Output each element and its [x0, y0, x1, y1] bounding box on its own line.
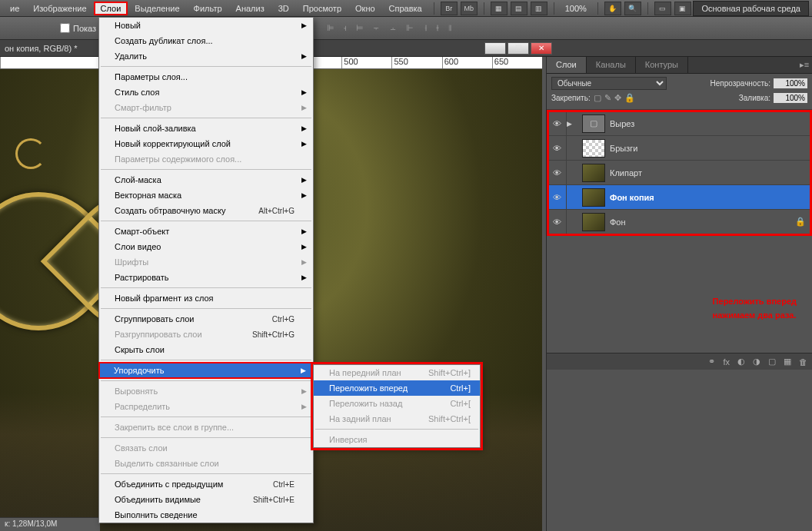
layer-вырез[interactable]: 👁▶▢Вырез — [548, 111, 810, 136]
visibility-icon[interactable]: 👁 — [548, 161, 567, 184]
layer-style-icon[interactable]: fx — [723, 357, 730, 367]
layer-name[interactable]: Клипарт — [610, 168, 810, 178]
menu-item-смарт-объект[interactable]: Смарт-объект▶ — [99, 224, 313, 239]
layer-фон-копия[interactable]: 👁Фон копия — [548, 185, 810, 210]
close-button[interactable]: ✕ — [531, 42, 552, 55]
blend-mode-select[interactable]: Обычные — [551, 77, 667, 90]
menu-item-новый-корректирующий-слой[interactable]: Новый корректирующий слой▶ — [99, 136, 313, 151]
minimize-button[interactable]: — — [484, 42, 506, 55]
visibility-icon[interactable]: 👁 — [548, 185, 567, 209]
layer-thumbnail — [582, 213, 605, 231]
menu-view[interactable]: Просмотр — [296, 2, 348, 15]
lock-icon: 🔒 — [795, 217, 810, 227]
lock-all-icon[interactable]: 🔒 — [624, 93, 635, 103]
menu-item-смарт-фильтр: Смарт-фильтр▶ — [99, 100, 313, 115]
menu-item-растрировать[interactable]: Растрировать▶ — [99, 270, 313, 285]
menu-item-параметры-слоя-[interactable]: Параметры слоя... — [99, 69, 313, 85]
workspace-switcher[interactable]: Основная рабочая среда — [693, 1, 809, 16]
menu-item-объединить-видимые[interactable]: Объединить видимыеShift+Ctrl+E — [99, 492, 313, 507]
layer-name[interactable]: Фон — [610, 217, 795, 227]
menu-item-новый[interactable]: Новый▶ — [99, 18, 313, 33]
menu-item-шрифты: Шрифты▶ — [99, 254, 313, 270]
tab-layers[interactable]: Слои — [547, 57, 587, 73]
submenu-item-переложить-назад: Переложить назадCtrl+[ — [314, 396, 480, 411]
submenu-item-на-передний-план: На передний планShift+Ctrl+] — [314, 365, 480, 380]
menubar: ие Изображение Слои Выделение Фильтр Ана… — [0, 0, 812, 17]
panel-menu-icon[interactable]: ▸≡ — [797, 57, 812, 73]
menu-item-объединить-с-предыдущим[interactable]: Объединить с предыдущимCtrl+E — [99, 476, 313, 492]
document-title[interactable]: он копия, RGB/8) * — [5, 44, 77, 53]
layer-group-icon[interactable]: ▢ — [768, 357, 776, 367]
menu-item-выделить-связанные-слои: Выделить связанные слои — [99, 456, 313, 471]
menu-item-слой-маска[interactable]: Слой-маска▶ — [99, 172, 313, 188]
menu-item-выполнить-сведение[interactable]: Выполнить сведение — [99, 507, 313, 523]
tutorial-annotation: Переложить вперед нажимаем два раза. — [713, 295, 797, 322]
layer-брызги[interactable]: 👁Брызги — [548, 136, 810, 161]
decorative-swirl — [15, 138, 46, 169]
visibility-icon[interactable]: 👁 — [548, 136, 567, 160]
menu-item-удалить[interactable]: Удалить▶ — [99, 48, 313, 64]
view-guides-icon[interactable]: ▤ — [511, 2, 527, 15]
tab-channels[interactable]: Каналы — [587, 57, 636, 73]
screen-mode-icon[interactable]: ▣ — [674, 2, 691, 15]
expand-icon[interactable]: ▶ — [567, 120, 577, 128]
menu-file-partial[interactable]: ие — [3, 2, 26, 15]
layers-panel-footer: ⚭ fx ◐ ◑ ▢ ▦ 🗑 — [547, 353, 812, 370]
menu-select[interactable]: Выделение — [128, 2, 186, 15]
status-bar: к: 1,28M/13,0M — [0, 517, 100, 531]
menu-item-скрыть-слои[interactable]: Скрыть слои — [99, 342, 313, 357]
layer-фон[interactable]: 👁Фон🔒 — [548, 210, 810, 234]
menu-item-новый-фрагмент-из-слоя[interactable]: Новый фрагмент из слоя — [99, 290, 313, 306]
menu-help[interactable]: Справка — [382, 2, 429, 15]
layer-клипарт[interactable]: 👁Клипарт — [548, 161, 810, 185]
menu-item-сгруппировать-слои[interactable]: Сгруппировать слоиCtrl+G — [99, 311, 313, 327]
menu-item-упорядочить[interactable]: Упорядочить▶ — [98, 362, 314, 379]
align-icons-group[interactable]: ⊫ ⫞ ⊨ ⫟ ⫠ ⊩ — [327, 23, 417, 33]
lock-pixels-icon[interactable]: ✎ — [604, 93, 611, 103]
show-checkbox[interactable] — [60, 23, 70, 33]
minibridge-icon[interactable]: Mb — [461, 2, 478, 15]
layer-list: 👁▶▢Вырез👁Брызги👁Клипарт👁Фон копия👁Фон🔒 — [548, 111, 810, 234]
visibility-icon[interactable]: 👁 — [548, 210, 567, 234]
new-layer-icon[interactable]: ▦ — [784, 357, 791, 367]
maximize-button[interactable]: ☐ — [508, 42, 529, 55]
show-label: Показ — [73, 24, 96, 33]
panel-tabs: Слои Каналы Контуры ▸≡ — [547, 57, 812, 74]
menu-item-новый-слой-заливка[interactable]: Новый слой-заливка▶ — [99, 121, 313, 136]
lock-transparency-icon[interactable]: ▢ — [594, 93, 601, 103]
menu-item-создать-дубликат-слоя-[interactable]: Создать дубликат слоя... — [99, 33, 313, 48]
layer-name[interactable]: Вырез — [610, 119, 810, 128]
link-layers-icon[interactable]: ⚭ — [708, 357, 715, 367]
delete-layer-icon[interactable]: 🗑 — [799, 357, 807, 367]
menu-item-стиль-слоя[interactable]: Стиль слоя▶ — [99, 85, 313, 100]
menu-item-слои-видео[interactable]: Слои видео▶ — [99, 239, 313, 254]
opacity-value[interactable]: 100% — [774, 78, 807, 88]
distribute-icons-group[interactable]: ⫲ ⫳ ⫴ — [424, 23, 454, 33]
tab-paths[interactable]: Контуры — [636, 57, 688, 73]
layer-name[interactable]: Фон копия — [610, 193, 810, 202]
menu-item-параметры-содержимого-слоя-: Параметры содержимого слоя... — [99, 151, 313, 167]
adjustment-layer-icon[interactable]: ◑ — [753, 357, 760, 367]
menu-3d[interactable]: 3D — [271, 2, 296, 15]
zoom-tool-icon[interactable]: 🔍 — [624, 2, 641, 15]
fill-value[interactable]: 100% — [774, 93, 807, 103]
bridge-icon[interactable]: Br — [441, 2, 458, 15]
lock-position-icon[interactable]: ✥ — [614, 93, 621, 103]
zoom-level[interactable]: 100% — [565, 4, 587, 13]
menu-filter[interactable]: Фильтр — [187, 2, 229, 15]
menu-analysis[interactable]: Анализ — [229, 2, 271, 15]
menu-image[interactable]: Изображение — [26, 2, 93, 15]
visibility-icon[interactable]: 👁 — [548, 111, 567, 135]
layer-mask-icon[interactable]: ◐ — [737, 357, 745, 367]
view-grid-icon[interactable]: ▥ — [531, 2, 547, 15]
menu-item-создать-обтравочную-маску[interactable]: Создать обтравочную маскуAlt+Ctrl+G — [99, 203, 313, 218]
hand-tool-icon[interactable]: ✋ — [604, 2, 621, 15]
menu-item-выровнять: Выровнять▶ — [99, 383, 313, 399]
arrange-docs-icon[interactable]: ▭ — [654, 2, 671, 15]
menu-layers[interactable]: Слои — [94, 2, 128, 15]
menu-item-векторная-маска[interactable]: Векторная маска▶ — [99, 188, 313, 203]
menu-window[interactable]: Окно — [348, 2, 382, 15]
view-extras-icon[interactable]: ▦ — [491, 2, 508, 15]
submenu-item-переложить-вперед[interactable]: Переложить впередCtrl+] — [314, 380, 480, 396]
layer-name[interactable]: Брызги — [610, 144, 810, 153]
